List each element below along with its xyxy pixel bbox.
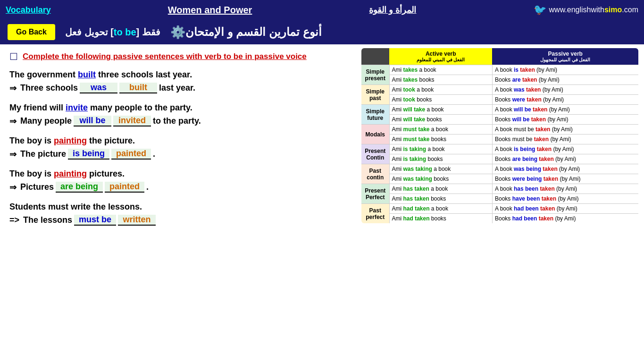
- passive-cell: Books were taken (by Ami): [492, 95, 639, 105]
- main-content: ☐ Complete the following passive sentenc…: [0, 44, 644, 362]
- tense-modals: Modals: [361, 125, 389, 144]
- th-active: Active verb الفعل في المبني للمعلوم: [389, 48, 492, 65]
- passive-cell: Books are taken (by Ami): [492, 75, 639, 85]
- blank-was: was: [80, 83, 117, 93]
- blank-invited: invited: [113, 116, 151, 126]
- blank-written: written: [118, 215, 156, 226]
- passive-cell: A book had been taken (by Ami): [492, 204, 639, 214]
- tense-simple-future: Simplefuture: [361, 105, 389, 125]
- table-row: Simplepresent Ami takes a book A book is…: [361, 65, 639, 75]
- passive-cell: A book will be taken (by Ami): [492, 105, 639, 115]
- active-cell: Ami takes books: [389, 75, 492, 85]
- active-cell: Ami was taking books: [389, 174, 492, 184]
- instruction-text: Complete the following passive sentences…: [23, 52, 307, 61]
- exercise-3-passive: ⇒ The picture is being painted .: [9, 149, 349, 160]
- table-row: Ami was taking books Books were being ta…: [361, 174, 639, 184]
- tense-simple-present: Simplepresent: [361, 65, 389, 85]
- left-panel: ☐ Complete the following passive sentenc…: [0, 44, 359, 362]
- passive-cell: Books had been taken (by Ami): [492, 214, 639, 224]
- exercise-3: The boy is painting the picture. ⇒ The p…: [9, 136, 349, 160]
- table-row: Ami must take books Books must be taken …: [361, 135, 639, 144]
- active-cell: Ami was taking a book: [389, 164, 492, 174]
- exercise-4-original: The boy is painting pictures.: [9, 169, 349, 179]
- active-cell: Ami is taking books: [389, 154, 492, 164]
- active-cell: Ami took books: [389, 95, 492, 105]
- exercise-1-original: The government built three schools last …: [9, 70, 349, 80]
- exercise-2: My friend will invite many people to the…: [9, 103, 349, 126]
- passive-cell: A book is taken (by Ami): [492, 65, 639, 75]
- tense-past-perfect: Pastperfect: [361, 204, 389, 224]
- right-panel: Active verb الفعل في المبني للمعلوم Pass…: [359, 44, 644, 362]
- verb-table: Active verb الفعل في المبني للمعلوم Pass…: [360, 47, 639, 224]
- exercise-4: The boy is painting pictures. ⇒ Pictures…: [9, 169, 349, 193]
- table-row: Ami has taken books Books have been take…: [361, 194, 639, 204]
- table-row: Ami will take books Books will be taken …: [361, 115, 639, 125]
- table-row: PresentContin Ami is taking a book A boo…: [361, 144, 639, 154]
- website-area: 🐦 www.englishwithsimo.com: [534, 4, 638, 16]
- active-cell: Ami had taken books: [389, 214, 492, 224]
- active-cell: Ami is taking a book: [389, 144, 492, 154]
- table-row: Modals Ami must take a book A book must …: [361, 125, 639, 135]
- blank-are-being: are being: [56, 182, 103, 193]
- passive-cell: Books must be taken (by Ami): [492, 135, 639, 144]
- passive-cell: A book has been taken (by Ami): [492, 184, 639, 194]
- exercise-5-original: Students must write the lessons.: [9, 202, 349, 212]
- passive-cell: A book was being taken (by Ami): [492, 164, 639, 174]
- active-cell: Ami must take books: [389, 135, 492, 144]
- subtitle-right: أنوع تمارين القسم و الإمتحان: [185, 25, 636, 39]
- subtitle-bar: Go Back فقط [to be] تحويل فعل ⚙️ أنوع تم…: [0, 20, 644, 44]
- bird-icon: 🐦: [534, 4, 546, 16]
- exercise-1-passive: ⇒ Three schools was built last year.: [9, 83, 349, 93]
- table-row: Ami takes books Books are taken (by Ami): [361, 75, 639, 85]
- tense-present-perfect: PresentPerfect: [361, 184, 389, 204]
- instruction-line: ☐ Complete the following passive sentenc…: [9, 51, 349, 62]
- exercise-3-original: The boy is painting the picture.: [9, 136, 349, 146]
- blank-built: built: [119, 83, 157, 93]
- top-bar: Vocabulary Women and Power المرأة و القو…: [0, 0, 644, 20]
- passive-cell: Books will be taken (by Ami): [492, 115, 639, 125]
- table-row: PresentPerfect Ami has taken a book A bo…: [361, 184, 639, 194]
- blank-must-be: must be: [74, 215, 116, 226]
- checkbox-icon: ☐: [9, 51, 18, 62]
- vocab-label: Vocabulary: [6, 5, 51, 15]
- arabic-page-title: المرأة و القوة: [369, 5, 416, 15]
- conversion-text: فقط [to be] تحويل فعل: [60, 26, 166, 38]
- active-cell: Ami has taken books: [389, 194, 492, 204]
- tense-simple-past: Simplepast: [361, 85, 389, 105]
- table-row: Ami had taken books Books had been taken…: [361, 214, 639, 224]
- th-tense: [361, 48, 389, 65]
- active-cell: Ami takes a book: [389, 65, 492, 75]
- th-passive: Passive verb الفعل في المبني للمجهول: [492, 48, 639, 65]
- passive-cell: A book is being taken (by Ami): [492, 144, 639, 154]
- active-cell: Ami will take books: [389, 115, 492, 125]
- subtitle-left: Go Back فقط [to be] تحويل فعل ⚙️: [8, 24, 185, 40]
- passive-cell: A book must be taken (by Ami): [492, 125, 639, 135]
- exercise-5: Students must write the lessons. => The …: [9, 202, 349, 226]
- blank-is-being: is being: [68, 149, 109, 160]
- website-url: www.englishwithsimo.com: [549, 6, 638, 14]
- active-cell: Ami will take a book: [389, 105, 492, 115]
- table-row: Ami took books Books were taken (by Ami): [361, 95, 639, 105]
- active-cell: Ami took a book: [389, 85, 492, 95]
- active-cell: Ami had taken a book: [389, 204, 492, 214]
- blank-painted-1: painted: [111, 149, 151, 160]
- table-row: Ami is taking books Books are being take…: [361, 154, 639, 164]
- active-cell: Ami has taken a book: [389, 184, 492, 194]
- exercise-2-passive: ⇒ Many people will be invited to the par…: [9, 116, 349, 126]
- blank-will-be: will be: [74, 116, 111, 126]
- go-back-button[interactable]: Go Back: [8, 24, 55, 40]
- passive-cell: Books have been taken (by Ami): [492, 194, 639, 204]
- exercise-5-passive: => The lessons must be written: [9, 215, 349, 226]
- exercise-2-original: My friend will invite many people to the…: [9, 103, 349, 113]
- tense-past-contin: Pastcontin: [361, 164, 389, 184]
- blank-painted-2: painted: [105, 182, 144, 193]
- page-title: Women and Power: [168, 5, 252, 16]
- passive-cell: Books were being taken (by Ami): [492, 174, 639, 184]
- table-row: Simplepast Ami took a book A book was ta…: [361, 85, 639, 95]
- passive-cell: Books are being taken (by Ami): [492, 154, 639, 164]
- table-row: Pastperfect Ami had taken a book A book …: [361, 204, 639, 214]
- exercise-4-passive: ⇒ Pictures are being painted .: [9, 182, 349, 193]
- table-row: Pastcontin Ami was taking a book A book …: [361, 164, 639, 174]
- gear-icon: ⚙️: [170, 25, 185, 40]
- exercise-1: The government built three schools last …: [9, 70, 349, 93]
